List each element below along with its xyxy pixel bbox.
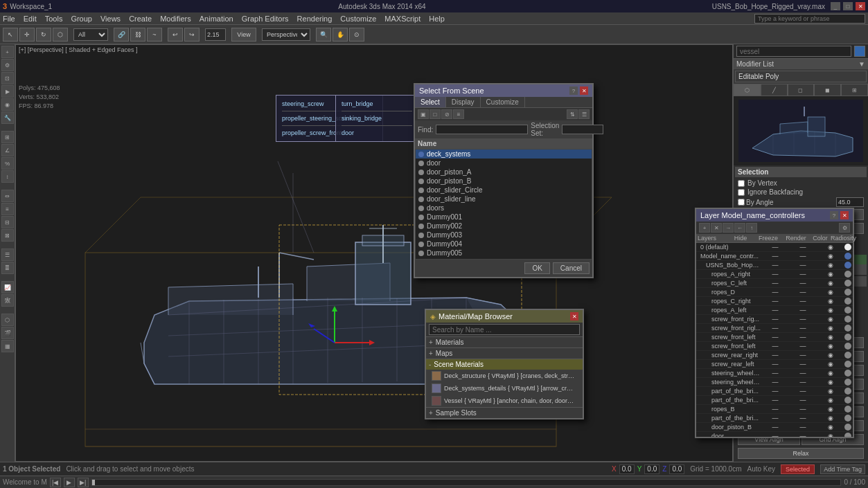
spinner-snap[interactable]: ↕ xyxy=(1,170,14,183)
mod-tab-poly[interactable]: ◼ xyxy=(814,84,841,96)
x-coord-val[interactable]: 0.0 xyxy=(619,464,635,474)
layer-item[interactable]: screw_rear_left——◉ xyxy=(696,360,853,369)
object-color-btn[interactable] xyxy=(854,46,865,57)
select-tab-select[interactable]: Select xyxy=(415,97,446,107)
timeline[interactable] xyxy=(91,479,842,486)
scene-item[interactable]: doors xyxy=(416,204,592,213)
layer-settings-btn[interactable]: ⚙ xyxy=(839,223,850,233)
layer-item[interactable]: 0 (default)——◉ xyxy=(696,243,853,252)
scene-item[interactable]: Dummy005 xyxy=(416,248,592,257)
menu-customize[interactable]: Customize xyxy=(340,15,376,23)
scene-item[interactable]: door_piston_B xyxy=(416,177,592,186)
menu-animation[interactable]: Animation xyxy=(200,15,233,23)
mod-tab-element[interactable]: ⊞ xyxy=(841,84,868,96)
layer-delete-btn[interactable]: ✕ xyxy=(711,223,722,233)
layer-item[interactable]: ropes_A_left——◉ xyxy=(696,306,853,315)
render-percent[interactable] xyxy=(205,28,226,41)
selection-section-header[interactable]: Selection xyxy=(735,167,867,177)
scene-item[interactable]: door_piston_A xyxy=(416,168,592,177)
layer-manager-btn[interactable]: ☰ xyxy=(1,248,14,261)
select-button[interactable]: ↖ xyxy=(3,28,18,42)
motion-btn[interactable]: ▶ xyxy=(1,85,14,98)
undo-button[interactable]: ↩ xyxy=(168,28,183,42)
maximize-button[interactable]: □ xyxy=(843,2,853,10)
curve-editor-btn[interactable]: 📈 xyxy=(1,281,14,293)
viewport-name[interactable]: View xyxy=(231,28,256,42)
layer-item[interactable]: part_of_the_bri...——◉ xyxy=(696,396,853,405)
layer-dialog-close[interactable]: ✕ xyxy=(840,211,849,219)
layer-item[interactable]: ropes_C_right——◉ xyxy=(696,297,853,306)
view-select[interactable]: Perspective xyxy=(262,28,310,41)
sd-list-btn[interactable]: ☰ xyxy=(578,109,590,119)
z-coord-val[interactable]: 0.0 xyxy=(669,464,684,474)
layer-add-sel-btn[interactable]: → xyxy=(723,223,734,233)
menu-maxscript[interactable]: MAXScript xyxy=(384,15,420,23)
rotate-button[interactable]: ↻ xyxy=(36,28,51,42)
by-angle-input[interactable] xyxy=(836,197,864,207)
move-button[interactable]: ✛ xyxy=(19,28,35,42)
object-name-input[interactable] xyxy=(736,46,851,57)
select-dialog-help[interactable]: ? xyxy=(569,87,578,95)
layer-item[interactable]: door_piston_B——◉ xyxy=(696,423,853,432)
create-panel-btn[interactable]: + xyxy=(1,46,14,58)
snap-toggle[interactable]: ⊞ xyxy=(1,131,14,143)
layer-item[interactable]: screw_front_rigl...——◉ xyxy=(696,324,853,333)
layer-new-btn[interactable]: + xyxy=(699,223,710,233)
layer-item[interactable]: steering_wheel_...——◉ xyxy=(696,369,853,378)
select-tab-display[interactable]: Display xyxy=(446,97,481,107)
layer-item[interactable]: ropes_B——◉ xyxy=(696,405,853,414)
mod-tab-vertex[interactable]: ⬡ xyxy=(734,84,761,96)
next-frame-btn[interactable]: ▶| xyxy=(78,478,89,487)
scene-list[interactable]: deck_systemsdoordoor_piston_Adoor_piston… xyxy=(415,149,592,260)
menu-graph-editors[interactable]: Graph Editors xyxy=(242,15,289,23)
mod-tab-border[interactable]: ◻ xyxy=(788,84,815,96)
angle-snap[interactable]: ∠ xyxy=(1,144,14,156)
layer-item[interactable]: ropes_C_left——◉ xyxy=(696,279,853,288)
mat-search-input[interactable] xyxy=(429,324,580,335)
scene-item[interactable]: Dummy003 xyxy=(416,231,592,240)
keyword-search[interactable] xyxy=(754,14,865,24)
addtime-button[interactable]: Add Time Tag xyxy=(820,464,865,474)
menu-group[interactable]: Group xyxy=(71,15,92,23)
layer-item[interactable]: screw_front_left——◉ xyxy=(696,342,853,351)
menu-rendering[interactable]: Rendering xyxy=(297,15,333,23)
scene-item[interactable]: Dummy002 xyxy=(416,222,592,231)
pan-button[interactable]: ✋ xyxy=(333,28,348,42)
by-vertex-check[interactable] xyxy=(738,180,745,187)
layer-item[interactable]: part_of_the_bri...——◉ xyxy=(696,414,853,423)
close-button[interactable]: ✕ xyxy=(856,2,865,10)
layer-item[interactable]: ropes_A_right——◉ xyxy=(696,270,853,279)
by-angle-check[interactable] xyxy=(738,199,745,206)
layer-item[interactable]: USNS_Bob_Hope_Ri...——◉ xyxy=(696,261,853,270)
normal-align[interactable]: ⊠ xyxy=(1,229,14,242)
scene-item[interactable]: door_slider_line xyxy=(416,195,592,204)
prev-frame-btn[interactable]: |◀ xyxy=(50,478,61,487)
sd-filter-btn[interactable]: ≡ xyxy=(453,109,464,119)
menu-create[interactable]: Create xyxy=(129,15,152,23)
scene-item[interactable]: door xyxy=(416,159,592,168)
redo-button[interactable]: ↪ xyxy=(184,28,200,42)
viewport[interactable]: [+] [Perspective] [ Shaded + Edged Faces… xyxy=(15,44,733,462)
scene-item[interactable]: deck_systems xyxy=(416,150,592,159)
orbit-button[interactable]: ⊙ xyxy=(349,28,364,42)
bind-space-warp[interactable]: ~ xyxy=(147,28,162,42)
layer-item[interactable]: part_of_the_bri...——◉ xyxy=(696,387,853,396)
find-input[interactable] xyxy=(436,125,528,134)
scene-item[interactable]: door_slider_Circle xyxy=(416,186,592,195)
layer-item[interactable]: screw_front_left——◉ xyxy=(696,333,853,342)
menu-views[interactable]: Views xyxy=(100,15,121,23)
display-btn[interactable]: ◉ xyxy=(1,98,14,111)
mat-item[interactable]: Vessel { VRayMtl } [anchor, chain, door,… xyxy=(426,395,583,407)
render-setup-btn[interactable]: 🎬 xyxy=(1,327,14,339)
menu-edit[interactable]: Edit xyxy=(24,15,37,23)
select-filter[interactable]: All xyxy=(73,28,108,41)
select-cancel-button[interactable]: Cancel xyxy=(553,262,590,274)
unlink-button[interactable]: ⛓ xyxy=(130,28,145,42)
layer-item[interactable]: ropes_D——◉ xyxy=(696,288,853,297)
align-btn[interactable]: ≡ xyxy=(1,203,14,215)
y-coord-val[interactable]: 0.0 xyxy=(644,464,659,474)
sd-all-btn[interactable]: ▣ xyxy=(418,109,429,119)
link-button[interactable]: 🔗 xyxy=(114,28,129,42)
mat-section-sample-header[interactable]: + Sample Slots xyxy=(426,408,583,418)
layer-move-btn[interactable]: ↑ xyxy=(746,223,757,233)
